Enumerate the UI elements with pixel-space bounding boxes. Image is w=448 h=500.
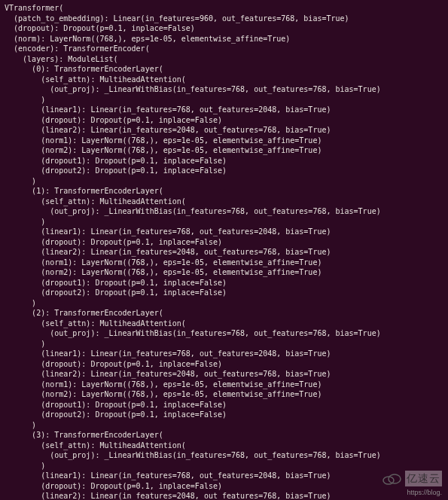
cloud-icon bbox=[381, 472, 402, 486]
watermark-url: https://blog. bbox=[407, 488, 442, 497]
code-line: (norm2): LayerNorm((768,), eps=1e-05, el… bbox=[5, 390, 322, 398]
code-line: (linear1): Linear(in_features=768, out_f… bbox=[5, 105, 331, 114]
code-line: (linear2): Linear(in_features=2048, out_… bbox=[5, 492, 331, 500]
code-line: (dropout1): Dropout(p=0.1, inplace=False… bbox=[5, 279, 227, 287]
watermark: 亿速云 https://blog. bbox=[381, 471, 442, 486]
code-line: (out_proj): _LinearWithBias(in_features=… bbox=[5, 85, 381, 93]
code-line: (0): TransformerEncoderLayer( bbox=[5, 65, 163, 73]
code-line: (norm2): LayerNorm((768,), eps=1e-05, el… bbox=[5, 146, 322, 154]
code-line: (dropout2): Dropout(p=0.1, inplace=False… bbox=[5, 410, 227, 419]
code-line: (dropout): Dropout(p=0.1, inplace=False) bbox=[5, 238, 222, 246]
code-line: (norm1): LayerNorm((768,), eps=1e-05, el… bbox=[5, 380, 322, 389]
code-line: (norm): LayerNorm((768,), eps=1e-05, ele… bbox=[5, 35, 290, 43]
code-line: (linear1): Linear(in_features=768, out_f… bbox=[5, 227, 331, 236]
code-line: (encoder): TransformerEncoder( bbox=[5, 44, 150, 53]
code-line: (self_attn): MultiheadAttention( bbox=[5, 197, 186, 206]
code-line: (dropout1): Dropout(p=0.1, inplace=False… bbox=[5, 157, 227, 165]
code-line: ) bbox=[5, 462, 45, 470]
terminal-output: VTransformer( (patch_to_embedding): Line… bbox=[0, 0, 448, 500]
code-line: VTransformer( bbox=[5, 4, 63, 12]
code-line: (dropout): Dropout(p=0.1, inplace=False) bbox=[5, 360, 222, 368]
code-line: (dropout): Dropout(p=0.1, inplace=False) bbox=[5, 482, 222, 490]
code-line: (self_attn): MultiheadAttention( bbox=[5, 75, 186, 84]
code-line: (self_attn): MultiheadAttention( bbox=[5, 441, 186, 450]
code-line: (linear2): Linear(in_features=2048, out_… bbox=[5, 126, 331, 134]
code-line: (patch_to_embedding): Linear(in_features… bbox=[5, 14, 349, 23]
code-line: ) bbox=[5, 421, 36, 429]
code-line: (linear1): Linear(in_features=768, out_f… bbox=[5, 349, 331, 358]
code-line: (dropout1): Dropout(p=0.1, inplace=False… bbox=[5, 401, 227, 409]
code-line: ) bbox=[5, 218, 45, 226]
code-line: (self_attn): MultiheadAttention( bbox=[5, 319, 186, 328]
code-line: (dropout2): Dropout(p=0.1, inplace=False… bbox=[5, 166, 227, 175]
code-line: ) bbox=[5, 96, 45, 104]
code-line: (1): TransformerEncoderLayer( bbox=[5, 187, 163, 195]
code-line: (linear2): Linear(in_features=2048, out_… bbox=[5, 248, 331, 256]
code-line: (out_proj): _LinearWithBias(in_features=… bbox=[5, 207, 381, 215]
code-line: (norm1): LayerNorm((768,), eps=1e-05, el… bbox=[5, 258, 322, 267]
watermark-brand: 亿速云 bbox=[405, 471, 442, 486]
code-line: (3): TransformerEncoderLayer( bbox=[5, 431, 163, 439]
code-line: ) bbox=[5, 340, 45, 348]
code-line: (linear1): Linear(in_features=768, out_f… bbox=[5, 471, 331, 480]
code-line: (norm1): LayerNorm((768,), eps=1e-05, el… bbox=[5, 136, 322, 145]
code-line: (dropout): Dropout(p=0.1, inplace=False) bbox=[5, 24, 195, 32]
svg-point-1 bbox=[389, 474, 401, 483]
code-line: ) bbox=[5, 177, 36, 185]
code-line: (out_proj): _LinearWithBias(in_features=… bbox=[5, 451, 381, 459]
code-line: (linear2): Linear(in_features=2048, out_… bbox=[5, 370, 331, 378]
code-line: (dropout2): Dropout(p=0.1, inplace=False… bbox=[5, 288, 227, 297]
code-line: (norm2): LayerNorm((768,), eps=1e-05, el… bbox=[5, 268, 322, 276]
code-line: (layers): ModuleList( bbox=[5, 55, 118, 63]
code-line: (2): TransformerEncoderLayer( bbox=[5, 309, 163, 317]
code-line: (dropout): Dropout(p=0.1, inplace=False) bbox=[5, 116, 222, 124]
code-line: (out_proj): _LinearWithBias(in_features=… bbox=[5, 329, 381, 337]
code-line: ) bbox=[5, 299, 36, 307]
